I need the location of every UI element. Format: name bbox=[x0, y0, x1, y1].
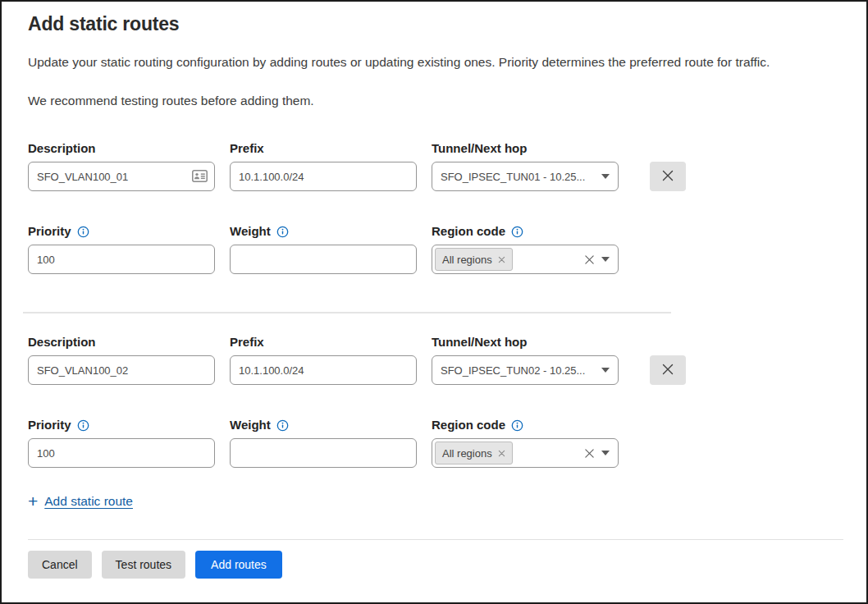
priority-input[interactable] bbox=[28, 438, 215, 468]
add-static-routes-dialog: Add static routes Update your static rou… bbox=[2, 2, 866, 579]
add-static-route-label: Add static route bbox=[44, 494, 133, 509]
route-block: Description Prefix Tunnel/Next hop SFO_I… bbox=[28, 335, 843, 468]
clear-selection-icon[interactable] bbox=[584, 254, 595, 265]
delete-route-button[interactable] bbox=[650, 162, 686, 191]
region-field: Region code All regions bbox=[432, 224, 619, 274]
weight-input[interactable] bbox=[230, 245, 417, 274]
remove-tag-icon[interactable] bbox=[498, 447, 505, 460]
description-label: Description bbox=[28, 141, 215, 155]
priority-field: Priority bbox=[28, 418, 215, 468]
region-label: Region code bbox=[432, 224, 619, 238]
chevron-down-icon bbox=[601, 368, 610, 373]
prefix-field: Prefix bbox=[230, 335, 417, 385]
tunnel-select[interactable]: SFO_IPSEC_TUN01 - 10.25... bbox=[432, 162, 619, 191]
region-code-select[interactable]: All regions bbox=[432, 438, 619, 468]
info-icon[interactable] bbox=[276, 419, 289, 432]
priority-label: Priority bbox=[28, 418, 215, 432]
tunnel-label: Tunnel/Next hop bbox=[432, 335, 619, 349]
prefix-label: Prefix bbox=[230, 335, 417, 349]
footer-actions: Cancel Test routes Add routes bbox=[28, 551, 843, 579]
region-field: Region code All regions bbox=[432, 418, 619, 468]
plus-icon: + bbox=[28, 492, 38, 510]
info-icon[interactable] bbox=[511, 226, 523, 238]
prefix-field: Prefix bbox=[230, 141, 417, 191]
info-icon[interactable] bbox=[77, 419, 89, 432]
route-divider bbox=[23, 312, 671, 313]
route-block: Description Prefix Tunnel/Next hop bbox=[28, 141, 843, 274]
description-input[interactable] bbox=[28, 162, 215, 191]
tunnel-field: Tunnel/Next hop SFO_IPSEC_TUN02 - 10.25.… bbox=[432, 335, 619, 385]
prefix-input[interactable] bbox=[230, 162, 417, 191]
weight-label: Weight bbox=[230, 224, 417, 238]
chevron-down-icon bbox=[601, 451, 610, 455]
add-static-route-link[interactable]: + Add static route bbox=[28, 492, 133, 510]
description-label: Description bbox=[28, 335, 215, 349]
clear-selection-icon[interactable] bbox=[584, 448, 595, 459]
priority-field: Priority bbox=[28, 224, 215, 274]
chevron-down-icon bbox=[601, 174, 610, 179]
prefix-label: Prefix bbox=[230, 141, 417, 155]
add-routes-button[interactable]: Add routes bbox=[195, 551, 282, 579]
region-tag-label: All regions bbox=[442, 447, 492, 460]
description-input[interactable] bbox=[28, 355, 215, 385]
priority-label: Priority bbox=[28, 224, 215, 238]
tunnel-select-value: SFO_IPSEC_TUN01 - 10.25... bbox=[441, 171, 595, 183]
tunnel-field: Tunnel/Next hop SFO_IPSEC_TUN01 - 10.25.… bbox=[432, 141, 619, 191]
close-icon bbox=[661, 363, 674, 378]
region-tag[interactable]: All regions bbox=[435, 248, 513, 271]
info-icon[interactable] bbox=[276, 226, 289, 238]
region-tag[interactable]: All regions bbox=[435, 442, 513, 464]
weight-input[interactable] bbox=[230, 438, 417, 468]
close-icon bbox=[661, 169, 674, 185]
tunnel-label: Tunnel/Next hop bbox=[432, 141, 619, 155]
tunnel-select-value: SFO_IPSEC_TUN02 - 10.25... bbox=[441, 364, 595, 377]
region-tag-label: All regions bbox=[442, 254, 492, 266]
test-routes-button[interactable]: Test routes bbox=[102, 551, 185, 579]
weight-field: Weight bbox=[230, 224, 417, 274]
description-field: Description bbox=[28, 141, 215, 191]
remove-tag-icon[interactable] bbox=[498, 254, 505, 266]
cancel-button[interactable]: Cancel bbox=[28, 551, 92, 579]
region-label: Region code bbox=[432, 418, 619, 432]
weight-label: Weight bbox=[230, 418, 417, 432]
dialog-description: Update your static routing configuration… bbox=[28, 55, 843, 70]
tunnel-select[interactable]: SFO_IPSEC_TUN02 - 10.25... bbox=[432, 355, 619, 385]
page-title: Add static routes bbox=[28, 13, 843, 35]
description-field: Description bbox=[28, 335, 215, 385]
delete-route-button[interactable] bbox=[650, 355, 686, 385]
priority-input[interactable] bbox=[28, 245, 215, 274]
chevron-down-icon bbox=[601, 257, 610, 262]
info-icon[interactable] bbox=[511, 419, 523, 432]
region-code-select[interactable]: All regions bbox=[432, 245, 619, 274]
info-icon[interactable] bbox=[77, 226, 89, 238]
footer-divider bbox=[28, 539, 843, 540]
weight-field: Weight bbox=[230, 418, 417, 468]
dialog-note: We recommend testing routes before addin… bbox=[28, 94, 843, 108]
prefix-input[interactable] bbox=[230, 355, 417, 385]
